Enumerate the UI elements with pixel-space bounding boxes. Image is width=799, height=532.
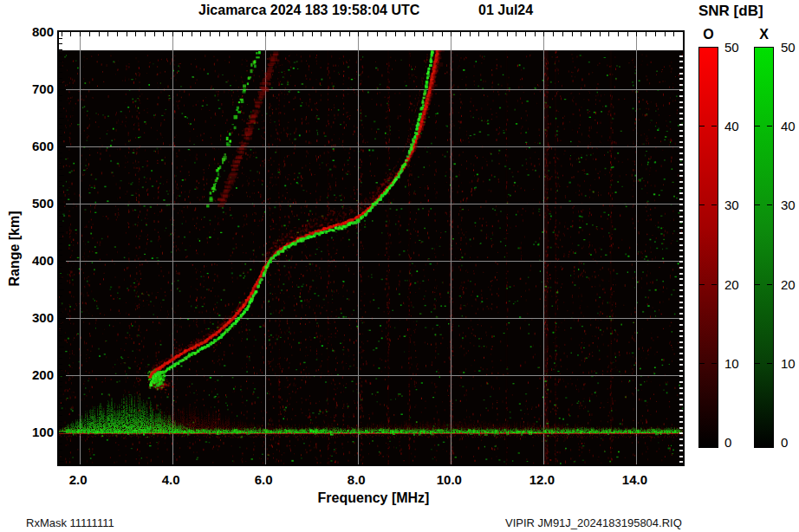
o-colorbar-tick-label: 30	[724, 198, 739, 212]
o-colorbar-tick-label: 50	[724, 40, 739, 55]
o-colorbar-tick-mark	[699, 204, 705, 205]
x-mode-colorbar	[754, 47, 774, 448]
o-colorbar-tick-label: 10	[724, 356, 739, 371]
y-axis-title: Range [km]	[7, 211, 23, 286]
y-tick-label: 600	[12, 139, 54, 153]
y-tick-label: 400	[12, 253, 54, 268]
o-colorbar-tick-mark	[711, 204, 717, 205]
x-axis-title: Frequency [MHz]	[287, 490, 460, 506]
ionogram-plot	[59, 32, 683, 464]
y-tick-label: 700	[12, 81, 54, 96]
y-tick-label: 100	[12, 425, 54, 439]
o-colorbar-tick-mark	[699, 284, 705, 285]
x-colorbar-tick-mark	[767, 284, 772, 285]
x-colorbar-tick-label: 0	[781, 435, 788, 450]
x-colorbar-tick-label: 40	[781, 119, 796, 133]
x-tick-label: 4.0	[145, 472, 197, 487]
o-colorbar-tick-label: 40	[724, 119, 739, 133]
o-colorbar-tick-mark	[711, 126, 717, 127]
x-colorbar-tick-label: 20	[781, 277, 796, 292]
x-colorbar-tick-mark	[767, 204, 772, 205]
page-title: Jicamarca 2024 183 19:58:04 UTC	[198, 3, 419, 18]
o-mode-label: O	[698, 27, 718, 42]
colorbar-title: SNR [dB]	[698, 3, 763, 20]
x-colorbar-tick-label: 30	[781, 198, 796, 212]
filename-label: VIPIR JM91J_2024183195804.RIQ	[505, 516, 682, 529]
x-colorbar-tick-mark	[755, 204, 760, 205]
x-tick-label: 10.0	[423, 472, 475, 487]
y-tick-label: 800	[12, 24, 54, 39]
x-mode-label: X	[754, 27, 774, 42]
x-colorbar-tick-mark	[767, 363, 772, 364]
y-tick-label: 500	[12, 196, 54, 211]
x-tick-label: 12.0	[516, 472, 568, 487]
x-colorbar-tick-label: 10	[781, 356, 796, 371]
plot-frame	[57, 30, 685, 466]
x-colorbar-tick-mark	[755, 284, 760, 285]
x-colorbar-tick-mark	[755, 126, 760, 127]
o-mode-colorbar	[698, 47, 718, 448]
ionogram-page: { "title": "Jicamarca 2024 183 19:58:04 …	[0, 0, 799, 532]
o-colorbar-tick-label: 20	[724, 277, 739, 292]
o-colorbar-tick-label: 0	[724, 435, 731, 450]
x-tick-label: 6.0	[237, 472, 289, 487]
o-colorbar-tick-mark	[711, 363, 717, 364]
o-colorbar-tick-mark	[711, 284, 717, 285]
y-tick-label: 200	[12, 367, 54, 382]
x-colorbar-tick-mark	[755, 363, 760, 364]
x-colorbar-tick-mark	[767, 126, 772, 127]
x-tick-label: 2.0	[52, 472, 104, 487]
y-tick-label: 300	[12, 310, 54, 325]
o-colorbar-tick-mark	[699, 126, 705, 127]
x-colorbar-tick-label: 50	[781, 40, 796, 55]
x-tick-label: 8.0	[330, 472, 382, 487]
o-colorbar-tick-mark	[699, 363, 705, 364]
x-tick-label: 14.0	[608, 472, 660, 487]
date-label: 01 Jul24	[478, 3, 533, 18]
rxmask-label: RxMask 11111111	[26, 516, 114, 529]
